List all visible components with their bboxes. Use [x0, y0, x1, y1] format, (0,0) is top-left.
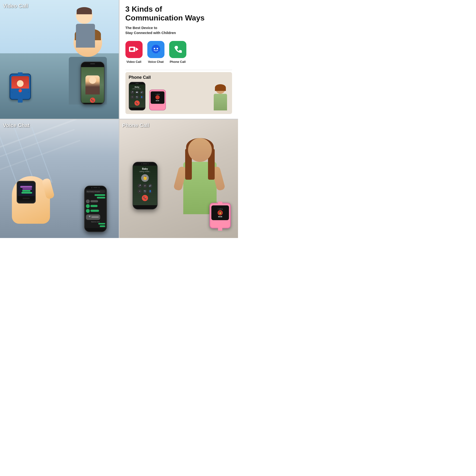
phone-caller-head	[89, 77, 96, 84]
video-call-label: Video Call	[3, 3, 28, 9]
icon-item-video-call: Video Call	[125, 41, 143, 64]
info-panel: 3 Kinds of Communication Ways The Best D…	[119, 0, 238, 119]
section-divider	[125, 70, 232, 70]
watch-caller-head	[17, 80, 24, 87]
svg-point-4	[154, 48, 155, 49]
call-name-main: Baby	[142, 168, 148, 170]
icon-item-phone-call: Phone Call	[169, 41, 186, 64]
svg-rect-2	[130, 48, 134, 51]
video-call-icon-box	[125, 41, 143, 58]
watch-screen-video	[11, 76, 29, 93]
voice-chat-icon	[151, 44, 161, 55]
svg-marker-1	[136, 47, 138, 51]
watch-calling-text: < calling	[218, 208, 223, 210]
phone-call-cell: Baby calling mobile... 👶 🎤 # 🔊 + 📷 👤 📞	[119, 119, 238, 238]
video-call-icon-label: Video Call	[126, 60, 141, 64]
watch-calling-label: < calling	[155, 94, 159, 95]
smartwatch-video-call	[10, 73, 31, 100]
kid-figure	[76, 7, 95, 48]
kid-body	[76, 24, 95, 48]
wrist-with-watch	[7, 169, 55, 224]
phone-call-label: Phone Call	[122, 122, 150, 129]
phone-call-icon	[173, 45, 182, 54]
phone-voice-chat: Tsui Family Group(1) 🎤	[84, 186, 107, 232]
smartwatch-phone-call: < calling 👩 MOM	[209, 203, 231, 228]
smartwatch-voice-chat	[17, 181, 36, 204]
watch-strap-top	[18, 72, 23, 75]
kid-hair	[77, 7, 92, 14]
end-call-button-phone[interactable]: 📞	[90, 98, 95, 103]
send-voice-label: Send to voice	[86, 221, 105, 222]
voice-chat-icon-label: Voice Chat	[148, 60, 164, 64]
call-phone-display: Baby calling mobile... 👶 🎤 # 🔊 + 📷 👤 📞	[133, 162, 157, 209]
kid-head	[76, 7, 93, 24]
video-call-cell: 📞 Video Call	[0, 0, 119, 119]
chat-group-name: Tsui Family Group(1)	[87, 191, 104, 192]
watch-strap-bottom	[18, 98, 23, 102]
icon-item-voice-chat: Voice Chat	[147, 41, 165, 64]
watch-caller-view	[11, 76, 29, 89]
voice-chat-icon-box	[147, 41, 165, 58]
info-title: 3 Kinds of Communication Ways	[125, 5, 232, 22]
call-status-display: calling mobile...	[132, 88, 142, 89]
voice-chat-cell: Tsui Family Group(1) 🎤	[0, 119, 119, 238]
phone-call-preview-label: Phone Call	[129, 75, 229, 80]
phone-video-call: 📞	[81, 62, 104, 104]
svg-point-5	[157, 48, 158, 49]
main-grid: 📞 Video Call 3 Kinds of Communication Wa…	[0, 0, 238, 238]
voice-chat-label: Voice Chat	[3, 122, 30, 129]
call-status-main: calling mobile...	[139, 171, 151, 172]
video-call-icon	[129, 46, 139, 53]
watch-caller-name: MOM	[156, 100, 159, 102]
phone-call-icon-label: Phone Call	[170, 60, 186, 64]
phone-caller-figure	[85, 75, 100, 95]
communication-icons-row: Video Call Voice Chat	[125, 41, 232, 64]
phone-call-icon-box	[169, 41, 186, 58]
info-subtitle: The Best Device to Stay Connected with C…	[125, 25, 232, 35]
call-name-display: Baby	[135, 86, 139, 88]
watch-contact-name: MOM	[218, 216, 222, 218]
